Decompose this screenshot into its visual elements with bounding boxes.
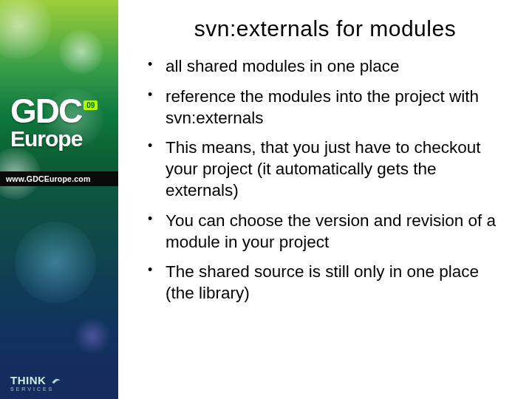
footer-brand-sub: SERVICES xyxy=(10,386,61,392)
footer-brand: THINK SERVICES xyxy=(10,375,61,392)
bullet-item: You can choose the version and revision … xyxy=(145,211,510,253)
slide: GDC09 Europe www.GDCEurope.com THINK SER… xyxy=(0,0,532,399)
bokeh-decoration xyxy=(15,222,96,303)
slide-title: svn:externals for modules xyxy=(140,16,510,41)
bullet-item: The shared source is still only in one p… xyxy=(145,262,510,304)
logo-text-top: GDC xyxy=(10,92,81,130)
sidebar-banner: GDC09 Europe www.GDCEurope.com THINK SER… xyxy=(0,0,118,399)
bullet-list: all shared modules in one place referenc… xyxy=(140,56,510,304)
bullet-item: all shared modules in one place xyxy=(145,56,510,78)
event-logo: GDC09 Europe xyxy=(10,96,98,151)
slide-content: svn:externals for modules all shared mod… xyxy=(118,0,532,399)
bokeh-decoration xyxy=(0,0,52,59)
event-url: www.GDCEurope.com xyxy=(0,171,118,186)
bullet-item: reference the modules into the project w… xyxy=(145,86,510,129)
bokeh-decoration xyxy=(74,318,111,355)
bullet-item: This means, that you just have to checko… xyxy=(145,137,510,201)
footer-brand-text: THINK xyxy=(10,374,46,386)
logo-year-badge: 09 xyxy=(83,100,98,110)
bokeh-decoration xyxy=(59,30,103,74)
swoosh-icon xyxy=(51,375,61,386)
logo-text-bottom: Europe xyxy=(10,126,98,151)
